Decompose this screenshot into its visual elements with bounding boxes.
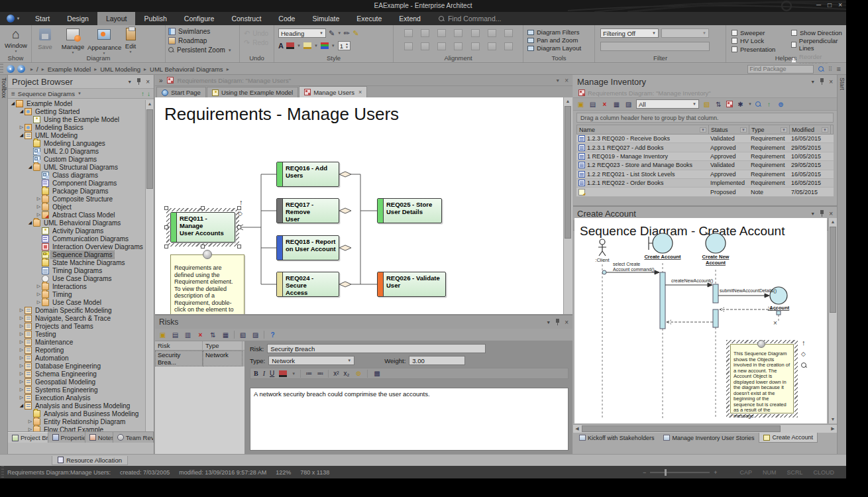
tree-expand-icon[interactable]: ▷	[36, 212, 42, 217]
selection-handle[interactable]	[237, 225, 241, 229]
underline-icon[interactable]: U	[270, 370, 274, 377]
filter-dropdown-icon[interactable]: ▼	[740, 127, 747, 133]
move-down-icon[interactable]: ↓	[147, 90, 150, 97]
risk-row[interactable]: Security Brea... Network	[155, 351, 244, 366]
start-side-tab[interactable]: Start	[837, 75, 846, 454]
tree-item-database-engineering[interactable]: ▷Database Engineering	[8, 362, 154, 370]
format-painter-icon[interactable]: ✎	[329, 29, 335, 38]
panel-tab-properties[interactable]: Properties	[48, 432, 85, 443]
zoom-out-icon[interactable]: −	[643, 469, 646, 476]
sweeper-checkbox[interactable]: Sweeper	[732, 29, 775, 36]
chevron-right-icon[interactable]: »	[159, 77, 163, 84]
column-header-name[interactable]: Name▼	[577, 125, 709, 134]
pin-icon[interactable]	[820, 210, 824, 217]
pin-icon[interactable]	[820, 78, 824, 85]
tree-item-uml-modeling[interactable]: ◢UML Modeling	[8, 131, 154, 139]
hv-lock-checkbox[interactable]: HV Lock	[732, 37, 775, 44]
tree-expand-icon[interactable]: ▷	[19, 323, 25, 329]
tree-item-composite-structure[interactable]: ▷Composite Structure	[8, 195, 154, 203]
tree-expand-icon[interactable]: ▷	[19, 125, 25, 130]
breadcrumb-item-uml-modeling[interactable]: UML Modeling	[100, 66, 140, 73]
close-icon[interactable]: ×	[146, 78, 150, 85]
tree-expand-icon[interactable]: ◢	[27, 220, 33, 225]
column-header-modified[interactable]: Modified▼	[790, 125, 831, 134]
quicklink-cursor-icon[interactable]: ◇	[801, 351, 806, 357]
document-tab-manage-users[interactable]: Manage Users×	[299, 86, 367, 97]
tree-item-execution-analysis[interactable]: ▷Execution Analysis	[8, 394, 154, 402]
alignment-tool-icon[interactable]	[471, 29, 480, 37]
tree-item-component-diagrams[interactable]: Component Diagrams	[8, 179, 154, 187]
ribbon-tab-execute[interactable]: Execute	[348, 12, 390, 25]
alignment-tool-icon[interactable]	[504, 42, 513, 50]
ribbon-tab-design[interactable]: Design	[58, 12, 97, 25]
tree-item-timing-diagrams[interactable]: Timing Diagrams	[8, 266, 154, 274]
tree-item-domain-specific-modeling[interactable]: ▷Domain Specific Modeling	[8, 306, 154, 314]
column-header-status[interactable]: Status▼	[709, 125, 749, 134]
move-up-icon[interactable]: ↑	[141, 90, 144, 97]
sort-icon[interactable]: ⇅	[209, 331, 217, 339]
ribbon-tab-configure[interactable]: Configure	[176, 12, 223, 25]
line-width-spinner[interactable]: 1▲▼	[338, 41, 351, 50]
persistent-zoom-button[interactable]: Persistent Zoom▼	[168, 46, 232, 54]
diagram-note[interactable]: Requirements are defined using the Requi…	[170, 254, 244, 322]
risk-type-combo[interactable]: Network▼	[268, 356, 354, 365]
weight-input[interactable]: 3.00	[409, 356, 465, 365]
search-icon[interactable]	[755, 101, 761, 107]
tree-expand-icon[interactable]: ▷	[19, 355, 25, 360]
requirement-req024[interactable]: REQ024 - Secure Access	[276, 272, 339, 297]
document-tab-using-the-example-model[interactable]: Using the Example Model	[207, 87, 298, 97]
tree-item-using-the-example-model[interactable]: Using the Example Model	[8, 115, 154, 123]
breadcrumb-item-uml-behavioral-diagrams[interactable]: UML Behavioral Diagrams	[150, 66, 223, 73]
pin-icon[interactable]	[136, 78, 141, 85]
font-button[interactable]: A	[278, 42, 284, 50]
sequence-hscrollbar[interactable]: ◀▶	[573, 424, 837, 433]
panel-tab-team-rev[interactable]: Team Rev...	[113, 432, 154, 443]
selection-handle[interactable]	[164, 206, 168, 210]
find-command-box[interactable]: Find Command...	[439, 12, 502, 25]
hierarchy-icon[interactable]: ▧	[239, 331, 247, 339]
tree-item-uml-behavioral-diagrams[interactable]: ◢UML Behavioral Diagrams	[8, 219, 154, 227]
nav-back-button[interactable]	[7, 65, 15, 73]
chevron-down-icon[interactable]: ▼	[78, 91, 81, 95]
print-icon[interactable]: ▦	[221, 331, 230, 339]
alignment-tool-icon[interactable]	[404, 42, 413, 50]
tree-item-abstract-class-model[interactable]: ▷Abstract Class Model	[8, 211, 154, 219]
group-by-hint[interactable]: Drag a column header here to group by th…	[576, 113, 834, 123]
requirement-req011[interactable]: REQ011 - Manage User Accounts	[170, 212, 235, 243]
alignment-tool-icon[interactable]	[421, 42, 429, 50]
risk-column-header[interactable]: Risk	[155, 341, 203, 350]
search-icon[interactable]	[818, 66, 824, 72]
requirements-diagram-canvas[interactable]: Requirements - Manage Users	[155, 97, 563, 323]
properties-icon[interactable]: ▧	[702, 100, 711, 109]
panel-menu-icon[interactable]: ▼	[127, 80, 132, 84]
alignment-tool-icon[interactable]	[488, 29, 496, 37]
hyperlink-icon[interactable]: ⊚	[354, 369, 362, 378]
help-icon[interactable]: ⊚	[777, 100, 785, 109]
quicklink-cursor-icon[interactable]: ◇	[238, 210, 243, 217]
alignment-tool-icon[interactable]	[471, 42, 480, 50]
tree-item-class-diagrams[interactable]: Class diagrams	[8, 171, 154, 179]
close-icon[interactable]: ×	[829, 78, 833, 85]
view-tab-create-account[interactable]: Create Account	[759, 433, 818, 443]
tree-item-projects-and-teams[interactable]: ▷Projects and Teams	[8, 322, 154, 330]
delete-item-icon[interactable]: ×	[600, 100, 609, 109]
tree-expand-icon[interactable]: ▷	[19, 363, 25, 368]
tree-item-uml-2-0-diagrams[interactable]: UML 2.0 Diagrams	[8, 147, 154, 155]
ribbon-tab-simulate[interactable]: Simulate	[303, 12, 348, 25]
requirement-req025[interactable]: REQ025 - Store User Details	[377, 198, 442, 223]
subscript-icon[interactable]: x₂	[344, 370, 350, 377]
copy-icon[interactable]: ▥	[184, 331, 192, 339]
alignment-tool-icon[interactable]	[454, 29, 462, 37]
minimize-button[interactable]: ─	[816, 1, 821, 9]
tree-item-interaction-overview-diagrams[interactable]: Interaction Overview Diagrams	[8, 243, 154, 250]
diagram-vscrollbar[interactable]: ▲▼	[563, 97, 572, 323]
tree-item-getting-started[interactable]: ◢Getting Started	[8, 107, 154, 115]
requirement-req016[interactable]: REQ016 - Add Users	[276, 162, 339, 187]
tree-item-activity-diagrams[interactable]: Activity Diagrams	[8, 227, 154, 235]
options-icon[interactable]: ⁞⁞	[829, 66, 832, 72]
presentation-checkbox[interactable]: Presentation	[732, 46, 775, 53]
panel-menu-icon[interactable]: ▼	[810, 211, 815, 216]
tree-item-analysis-and-business-modeling[interactable]: Analysis and Business Modeling	[8, 410, 154, 417]
diagram-icon[interactable]	[726, 101, 733, 107]
numbered-list-icon[interactable]: ≕	[317, 370, 323, 377]
